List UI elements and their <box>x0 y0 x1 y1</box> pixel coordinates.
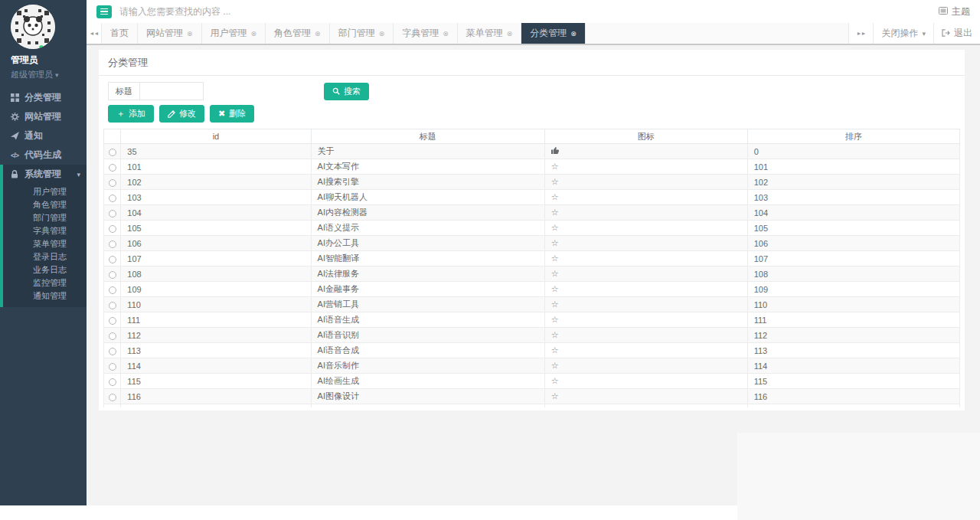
tab-menu-mgmt[interactable]: 菜单管理⊗ <box>458 23 522 44</box>
close-operations-dropdown[interactable]: 关闭操作 ▾ <box>873 23 933 44</box>
table-row[interactable]: 106AI办公工具☆106 <box>104 236 960 251</box>
cell-icon: ☆ <box>544 267 747 282</box>
table-row[interactable]: 115AI绘画生成☆115 <box>104 374 960 389</box>
sidebar-subitem[interactable]: 业务日志 <box>3 263 87 276</box>
table-row[interactable]: 111AI语音生成☆111 <box>104 312 960 328</box>
table-row[interactable]: 103AI聊天机器人☆103 <box>104 190 960 205</box>
cell-id: 112 <box>121 328 311 343</box>
star-icon: ☆ <box>551 345 559 355</box>
panel-title: 分类管理 <box>99 50 965 76</box>
tab-category-mgmt[interactable]: 分类管理⊗ <box>521 23 586 44</box>
cell-id: 103 <box>121 190 311 205</box>
sidebar-subitem[interactable]: 用户管理 <box>3 185 87 198</box>
cell-icon: ☆ <box>544 159 747 175</box>
table-row[interactable]: 110AI营销工具☆110 <box>104 297 960 312</box>
tab-close-icon[interactable]: ⊗ <box>443 30 449 38</box>
table-row[interactable]: 101AI文本写作☆101 <box>104 159 960 175</box>
tab-close-icon[interactable]: ⊗ <box>570 30 577 38</box>
row-radio[interactable] <box>109 317 116 325</box>
sidebar-section-notice: 通知 <box>0 126 87 146</box>
title-filter-input[interactable] <box>140 83 203 100</box>
table-row[interactable]: 104AI内容检测器☆104 <box>104 205 960 221</box>
row-radio[interactable] <box>109 210 116 217</box>
tabs-scroll-right-button[interactable]: ►► <box>848 23 874 44</box>
user-role-dropdown[interactable]: 超级管理员 ▾ <box>11 69 87 80</box>
sidebar-item-notice[interactable]: 通知 <box>0 126 87 146</box>
row-radio[interactable] <box>109 256 116 263</box>
category-table: id 标题 图标 排序 35关于0101AI文本写作☆101102AI搜索引擎☆… <box>103 129 960 407</box>
row-radio[interactable] <box>109 332 116 340</box>
row-radio[interactable] <box>109 302 116 309</box>
row-radio[interactable] <box>109 179 116 187</box>
tab-close-icon[interactable]: ⊗ <box>187 30 193 38</box>
table-row[interactable]: 114AI音乐制作☆114 <box>104 358 960 374</box>
add-button[interactable]: ＋ 添加 <box>108 105 154 123</box>
sidebar-section-categories: 分类管理 <box>0 88 87 107</box>
sidebar-item-code-gen[interactable]: </>代码生成 <box>0 146 87 165</box>
sidebar-section-code-gen: </>代码生成 <box>0 146 87 165</box>
tab-close-icon[interactable]: ⊗ <box>379 30 385 38</box>
row-radio[interactable] <box>109 271 116 279</box>
global-search-input[interactable] <box>119 6 318 17</box>
cell-title: 关于 <box>311 144 544 159</box>
row-radio[interactable] <box>109 195 116 202</box>
sign-out-icon <box>942 28 950 39</box>
sidebar-item-website-mgmt[interactable]: 网站管理 <box>0 107 87 126</box>
sidebar-subitem[interactable]: 通知管理 <box>3 289 87 303</box>
star-icon: ☆ <box>551 315 559 324</box>
table-row[interactable]: 109AI金融事务☆109 <box>104 282 960 297</box>
sidebar-item-categories[interactable]: 分类管理 <box>0 88 87 107</box>
tab-website-mgmt[interactable]: 网站管理⊗ <box>138 23 202 44</box>
sidebar-subitem[interactable]: 字典管理 <box>3 224 87 237</box>
table-row[interactable]: 105AI语义提示☆105 <box>104 221 960 236</box>
table-row[interactable]: 116AI图像设计☆116 <box>104 389 960 404</box>
search-button[interactable]: 搜索 <box>324 83 369 100</box>
row-radio[interactable] <box>109 225 116 233</box>
table-row[interactable]: 35关于0 <box>104 144 960 159</box>
tab-dict-mgmt[interactable]: 字典管理⊗ <box>394 23 458 44</box>
edit-button[interactable]: 修改 <box>159 105 204 123</box>
row-radio[interactable] <box>109 164 116 172</box>
tabs-scroll-left-button[interactable]: ◄◄ <box>87 23 102 44</box>
cell-id: 113 <box>121 343 311 358</box>
row-radio[interactable] <box>109 286 116 294</box>
column-header-title: 标题 <box>311 129 544 144</box>
cell-sort: 110 <box>747 297 959 312</box>
tab-role-mgmt[interactable]: 角色管理⊗ <box>266 23 330 44</box>
table-row[interactable]: 108AI法律服务☆108 <box>104 267 960 282</box>
exit-button[interactable]: 退出 <box>933 23 980 44</box>
row-radio[interactable] <box>109 149 116 156</box>
table-row[interactable]: 113AI语音合成☆113 <box>104 343 960 358</box>
row-radio[interactable] <box>109 240 116 248</box>
sidebar-nav: 分类管理网站管理通知</>代码生成系统管理▾用户管理角色管理部门管理字典管理菜单… <box>0 88 87 307</box>
sidebar-subitem[interactable]: 角色管理 <box>3 198 87 211</box>
sidebar-section-website-mgmt: 网站管理 <box>0 107 87 126</box>
sidebar-item-system-mgmt[interactable]: 系统管理▾ <box>3 165 87 184</box>
tab-home[interactable]: 首页 <box>102 23 138 44</box>
row-radio[interactable] <box>109 378 116 386</box>
sidebar-subitem[interactable]: 监控管理 <box>3 276 87 289</box>
tab-close-icon[interactable]: ⊗ <box>507 30 513 38</box>
sidebar-item-label: 网站管理 <box>24 110 61 123</box>
table-row[interactable]: 107AI智能翻译☆107 <box>104 251 960 267</box>
table-row[interactable]: 102AI搜索引擎☆102 <box>104 175 960 190</box>
table-row[interactable]: 112AI语音识别☆112 <box>104 328 960 343</box>
delete-button[interactable]: ✖ 删除 <box>210 105 254 123</box>
menu-toggle-button[interactable] <box>96 5 112 18</box>
cell-id: 115 <box>121 374 311 389</box>
cell-id: 114 <box>121 358 311 374</box>
tab-dept-mgmt[interactable]: 部门管理⊗ <box>330 23 394 44</box>
row-radio[interactable] <box>109 363 116 371</box>
tab-user-mgmt[interactable]: 用户管理⊗ <box>202 23 266 44</box>
tab-close-icon[interactable]: ⊗ <box>251 30 257 38</box>
sidebar-subitem[interactable]: 登录日志 <box>3 250 87 263</box>
cell-title: AI图像设计 <box>311 389 544 404</box>
sidebar-subitem[interactable]: 菜单管理 <box>3 237 87 250</box>
tab-close-icon[interactable]: ⊗ <box>315 30 321 38</box>
title-filter-label: 标题 <box>109 83 140 100</box>
row-radio[interactable] <box>109 348 116 355</box>
theme-button[interactable]: 主题 <box>939 5 970 18</box>
cell-title: AI智能翻译 <box>311 251 544 267</box>
sidebar-subitem[interactable]: 部门管理 <box>3 211 87 224</box>
row-radio[interactable] <box>109 394 116 401</box>
